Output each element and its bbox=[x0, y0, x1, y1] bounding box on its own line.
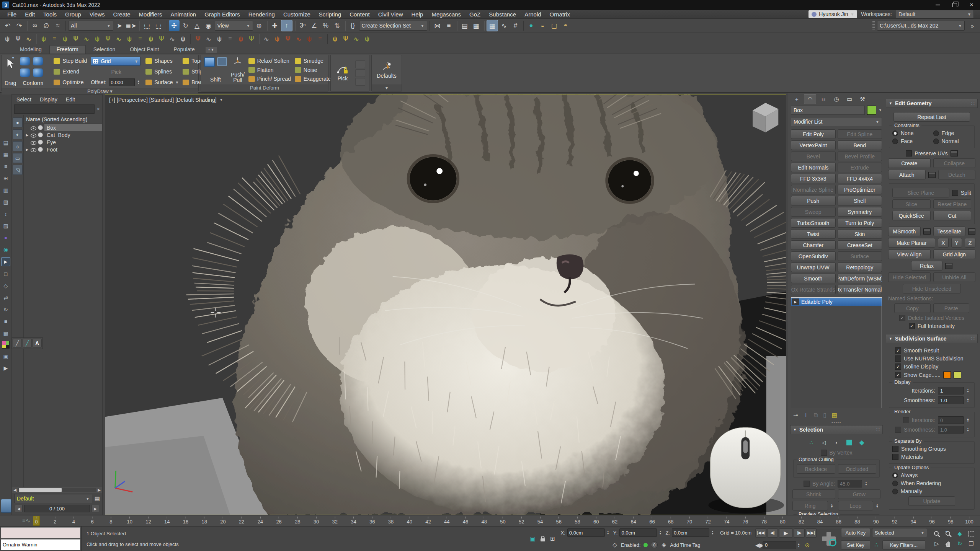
viewport-menu-icon[interactable]: ▼ bbox=[220, 98, 223, 102]
menu-help[interactable]: Help bbox=[407, 11, 428, 18]
menu-civil-view[interactable]: Civil View bbox=[374, 11, 407, 18]
stack-expand-icon[interactable]: ▶ bbox=[792, 298, 799, 305]
ribbon-minimize-button[interactable]: ▪▼ bbox=[206, 47, 217, 53]
helpers-filter-icon[interactable]: ◹ bbox=[13, 165, 23, 175]
ornatrix-hair-tool-icon[interactable]: Ψ bbox=[341, 34, 351, 44]
timeline-tick[interactable]: 14 bbox=[164, 517, 170, 525]
scale-icon[interactable]: △ bbox=[192, 20, 203, 31]
scene-object-row-box[interactable]: Box bbox=[24, 124, 102, 131]
viewport-layout-tab[interactable] bbox=[1, 499, 11, 513]
ornatrix-hair-tool-icon[interactable]: ∿ bbox=[351, 34, 361, 44]
toolbar-grip[interactable] bbox=[872, 21, 875, 30]
side-tool-icon[interactable]: ■ bbox=[2, 317, 10, 326]
ornatrix-hair-tool-icon[interactable]: ∿ bbox=[204, 34, 214, 44]
zoom-extents-icon[interactable]: ◆ bbox=[955, 529, 964, 538]
timeline-tick[interactable]: 72 bbox=[705, 517, 710, 525]
timeline-tick[interactable]: 88 bbox=[854, 517, 860, 525]
timeline-tick[interactable]: 92 bbox=[892, 517, 897, 525]
configure-modifier-sets-icon[interactable]: ▦ bbox=[832, 412, 837, 419]
relax-settings-icon[interactable] bbox=[945, 263, 952, 269]
side-tool-icon[interactable]: ▧ bbox=[2, 198, 10, 206]
timeline-tick[interactable]: 20 bbox=[220, 517, 225, 525]
side-tool-icon[interactable]: ▤ bbox=[2, 139, 10, 147]
timeline-tick[interactable]: 80 bbox=[780, 517, 785, 525]
ornatrix-hair-tool-icon[interactable]: ψ bbox=[60, 34, 70, 44]
paint-flatten-button[interactable]: Flatten bbox=[248, 66, 291, 74]
timeline-tick[interactable]: 42 bbox=[425, 517, 431, 525]
modifier-button-prooptimizer[interactable]: ProOptimizer bbox=[838, 185, 882, 194]
align-icon[interactable]: ≡ bbox=[444, 20, 454, 31]
attach-settings-icon[interactable] bbox=[928, 172, 936, 178]
timeline-tick[interactable]: 34 bbox=[351, 517, 356, 525]
paint-noise-button[interactable]: Noise bbox=[295, 66, 331, 74]
manipulate-icon[interactable]: ✚ bbox=[270, 20, 280, 31]
modifier-button-pathdeform-wsm-[interactable]: PathDeform (WSM) bbox=[838, 274, 882, 283]
timeline-tick[interactable]: 12 bbox=[145, 517, 151, 525]
ribbon-icon[interactable]: ▦ bbox=[487, 20, 498, 31]
defaults-panel-label[interactable]: ▾ bbox=[372, 85, 402, 91]
side-tool-icon[interactable]: ▦ bbox=[2, 150, 10, 159]
named-sets-icon[interactable]: {} bbox=[348, 20, 358, 31]
modifier-button-vertexpaint[interactable]: VertexPaint bbox=[791, 140, 836, 150]
side-tool-icon[interactable]: ⊞ bbox=[2, 174, 10, 183]
menu-graph-editors[interactable]: Graph Editors bbox=[200, 11, 244, 18]
transform-typein-icon[interactable]: ⊞ bbox=[549, 535, 557, 543]
display-iterations-field[interactable]: 1 bbox=[938, 387, 964, 395]
timeline-tick[interactable]: 32 bbox=[332, 517, 338, 525]
place-icon[interactable]: ◉ bbox=[203, 20, 214, 31]
isolate-selection-icon[interactable]: ▣ bbox=[529, 535, 537, 543]
active-layer-dropdown[interactable]: Default▼ bbox=[14, 494, 92, 503]
frozen-dot-icon[interactable] bbox=[38, 125, 43, 130]
polydraw-splines-button[interactable]: Splines bbox=[145, 67, 179, 76]
display-tab-icon[interactable]: ▭ bbox=[844, 95, 855, 104]
ornatrix-hair-tool-icon[interactable]: ψ bbox=[214, 34, 224, 44]
listener-macro-pane[interactable] bbox=[1, 527, 80, 538]
timeline-tick[interactable]: 96 bbox=[929, 517, 934, 525]
snap-angle-icon[interactable]: ∠ bbox=[309, 20, 320, 31]
border-subobject-icon[interactable]: ◗ bbox=[832, 438, 841, 447]
side-tool-icon[interactable]: □ bbox=[2, 270, 10, 278]
constraint-edge-radio[interactable] bbox=[933, 130, 939, 136]
eye-toggle-icon[interactable]: ◉ bbox=[2, 245, 10, 254]
object-name-field[interactable]: Box bbox=[791, 106, 865, 115]
side-tool-icon[interactable]: ≡ bbox=[2, 162, 10, 171]
scene-object-row-foot[interactable]: ▶Foot bbox=[24, 146, 102, 153]
ornatrix-hair-tool-icon[interactable]: ψ bbox=[92, 34, 102, 44]
zoom-region-icon[interactable] bbox=[967, 529, 976, 538]
ornatrix-hair-tool-icon[interactable]: ∿ bbox=[82, 34, 91, 44]
paint-smudge-button[interactable]: Smudge bbox=[295, 57, 331, 65]
timeline-tick[interactable]: 38 bbox=[388, 517, 394, 525]
ornatrix-hair-tool-icon[interactable]: ∿ bbox=[24, 34, 34, 44]
ornatrix-hair-tool-icon[interactable]: ≡ bbox=[315, 34, 325, 44]
timeline-tick[interactable]: 40 bbox=[407, 517, 412, 525]
rendered-frame-icon[interactable]: ▢ bbox=[549, 20, 560, 31]
project-folder-dropdown[interactable]: C:\Users\JI...ds Max 202▼ bbox=[877, 21, 965, 31]
timeline-tick[interactable]: 0 bbox=[35, 517, 38, 525]
tessellate-settings-icon[interactable] bbox=[968, 228, 975, 235]
smoothing-groups-checkbox[interactable] bbox=[892, 446, 898, 452]
show-cage-checkbox[interactable]: ✓ bbox=[895, 372, 901, 378]
polydraw-grid-dropdown[interactable]: Grid▼ bbox=[91, 57, 140, 66]
repeat-last-button[interactable]: Repeat Last bbox=[893, 112, 970, 122]
timeline-tick[interactable]: 46 bbox=[463, 517, 468, 525]
clear-search-icon[interactable]: × bbox=[97, 106, 100, 112]
conform-brush-icon[interactable] bbox=[20, 57, 30, 65]
region-icon[interactable]: ⬚ bbox=[142, 20, 152, 31]
menu-arnold[interactable]: Arnold bbox=[520, 11, 545, 18]
timeline-tick[interactable]: 98 bbox=[948, 517, 953, 525]
menu-animation[interactable]: Animation bbox=[166, 11, 200, 18]
ornatrix-hair-tool-icon[interactable]: ψ bbox=[146, 34, 156, 44]
polygon-subobject-icon[interactable] bbox=[844, 438, 854, 447]
modifier-button-opensubdiv[interactable]: OpenSubdiv bbox=[791, 251, 836, 261]
timeline-tick[interactable]: 52 bbox=[519, 517, 524, 525]
timeline-tick[interactable]: 56 bbox=[556, 517, 561, 525]
side-tool-icon[interactable]: ⇄ bbox=[2, 293, 10, 302]
polydraw-extend-button[interactable]: Extend bbox=[54, 67, 87, 76]
menu-goz[interactable]: GoZ bbox=[465, 11, 485, 18]
timeline-tick[interactable]: 94 bbox=[911, 517, 916, 525]
ornatrix-hair-tool-icon[interactable]: ≡ bbox=[49, 34, 59, 44]
update-always-radio[interactable] bbox=[892, 473, 898, 478]
ornatrix-hair-tool-icon[interactable]: Ψ bbox=[13, 34, 23, 44]
listener-output-pane[interactable]: Ornatrix Warnin bbox=[1, 539, 80, 550]
text-tool-icon[interactable]: A bbox=[33, 339, 42, 348]
